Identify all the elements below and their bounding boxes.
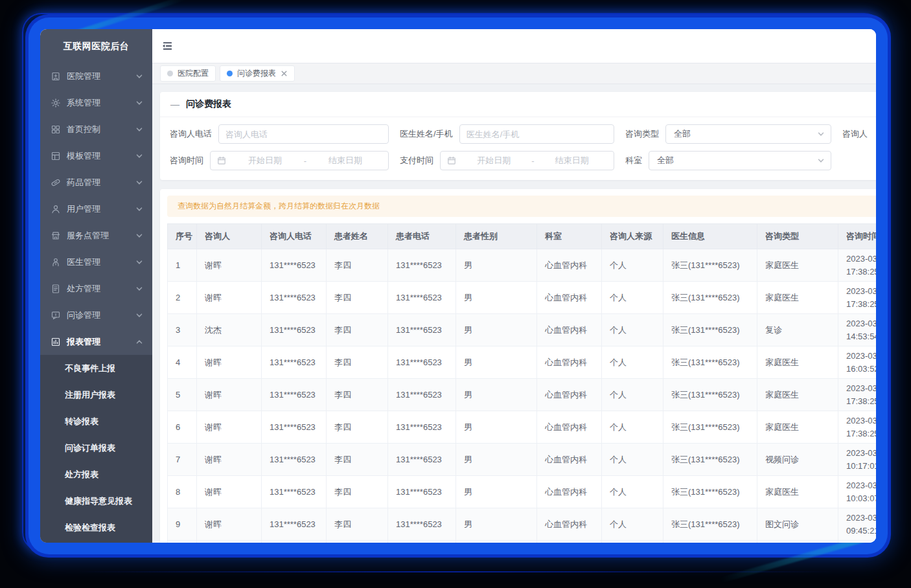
table-row: 10 谢晖 131****6523 李四 131****6523 男 心血管内科… (168, 541, 877, 543)
chevron-down-icon (135, 179, 143, 187)
cell-consultant-phone: 131****6523 (262, 508, 327, 541)
department-select[interactable]: 全部 (649, 151, 831, 170)
cell-patient-name: 李四 (327, 476, 388, 508)
end-date-placeholder: 结束日期 (309, 155, 382, 166)
app-title: 互联网医院后台 (40, 29, 152, 63)
cell-consultant: 沈杰 (197, 314, 262, 346)
sidebar-submenu-item[interactable]: 检验检查报表 (40, 514, 152, 541)
sidebar-submenu-item[interactable]: 问诊订单报表 (40, 435, 152, 461)
chevron-down-icon (817, 157, 825, 164)
cell-department: 心血管内科 (537, 282, 602, 314)
consult-time-range-picker[interactable]: 开始日期 - 结束日期 (210, 151, 389, 170)
cell-no: 6 (168, 411, 197, 444)
main-area: 医院配置 问诊费报表 — (152, 29, 876, 543)
cell-department: 心血管内科 (537, 314, 602, 346)
cell-patient-name: 李四 (327, 379, 388, 411)
cell-source: 个人 (602, 508, 663, 541)
cell-consult-type: 家庭医生 (757, 379, 838, 411)
cell-consult-time: 2023-03-0 09:45:21 (838, 508, 877, 541)
cell-gender: 男 (456, 314, 537, 346)
start-date-placeholder: 开始日期 (459, 155, 529, 166)
chevron-down-icon (135, 285, 143, 293)
cell-doctor: 张三(131****6523) (663, 314, 757, 346)
table-row: 1 谢晖 131****6523 李四 131****6523 男 心血管内科 … (168, 249, 877, 282)
sidebar-item-label: 服务点管理 (67, 230, 135, 242)
consult-phone-input[interactable] (218, 124, 389, 144)
collapse-dash-icon: — (170, 99, 179, 109)
table-row: 2 谢晖 131****6523 李四 131****6523 男 心血管内科 … (168, 282, 877, 314)
sidebar-menu-item[interactable]: 医生管理 (40, 249, 152, 275)
cell-consult-type: 视频问诊 (757, 444, 838, 476)
report-table-card: 查询数据为自然月结算金额，跨月结算的数据归在次月数据 (160, 189, 876, 543)
cell-consultant-phone: 131****6523 (262, 476, 327, 508)
cell-no: 4 (168, 346, 197, 379)
cell-gender: 男 (456, 411, 537, 444)
screenshot-stage: 互联网医院后台 医院管理 系统管理 (0, 0, 911, 588)
sidebar-menu-item[interactable]: 用户管理 (40, 196, 152, 222)
cell-consult-time: 2023-03-0 17:38:25 (838, 379, 877, 411)
sidebar-menu-item[interactable]: 问诊管理 (40, 302, 152, 328)
cell-source: 个人 (602, 379, 663, 411)
app-window: 互联网医院后台 医院管理 系统管理 (40, 29, 876, 543)
table-row: 4 谢晖 131****6523 李四 131****6523 男 心血管内科 … (168, 346, 877, 379)
page-tab[interactable]: 医院配置 (160, 65, 216, 82)
filter-doctor: 医生姓名/手机 (400, 124, 625, 144)
cell-patient-phone: 131****6523 (388, 508, 456, 541)
cell-department: 心血管内科 (537, 249, 602, 282)
chevron-down-icon (135, 126, 143, 133)
cell-consult-time: 2023-03-0 17:38:25 (838, 282, 877, 314)
cell-consult-type: 家庭医生 (757, 476, 838, 508)
cell-consult-type: 家庭医生 (757, 411, 838, 444)
sidebar-menu-item[interactable]: 系统管理 (40, 89, 152, 116)
table-row: 5 谢晖 131****6523 李四 131****6523 男 心血管内科 … (168, 379, 877, 411)
sidebar-submenu-item[interactable]: 转诊报表 (40, 408, 152, 435)
pill-icon (51, 177, 61, 188)
sidebar-menu-item[interactable]: 药品管理 (40, 169, 152, 196)
cell-consultant-phone: 131****6523 (262, 282, 327, 314)
sidebar-menu-item[interactable]: 医院管理 (40, 63, 152, 89)
cell-patient-name: 李四 (327, 282, 388, 314)
sidebar-submenu-item[interactable]: 健康指导意见报表 (40, 488, 152, 514)
sidebar-fold-icon[interactable] (161, 40, 174, 52)
cell-doctor: 张三(131****6523) (663, 249, 757, 282)
consult-date: 2023-03-0 (846, 317, 876, 330)
service-point-icon (51, 231, 61, 241)
cell-consultant-phone: 131****6523 (262, 346, 327, 379)
cell-department: 心血管内科 (537, 541, 602, 543)
cell-patient-phone: 131****6523 (388, 282, 456, 314)
cell-no: 8 (168, 476, 197, 508)
pay-time-range-picker[interactable]: 开始日期 - 结束日期 (440, 151, 614, 170)
sidebar-submenu-label: 问诊订单报表 (65, 442, 115, 454)
sidebar-menu-item[interactable]: 服务点管理 (40, 222, 152, 249)
consult-phone-label: 咨询人电话 (170, 128, 212, 140)
department-value: 全部 (657, 155, 674, 166)
table-header-cell: 咨询人电话 (262, 224, 327, 249)
sidebar-submenu-item[interactable]: 不良事件上报 (40, 355, 152, 381)
cell-consult-time: 2023-03-0 17:38:25 (838, 249, 877, 282)
cell-consult-time: 2023-03-0 17:38:25 (838, 541, 877, 543)
tab-label: 问诊费报表 (237, 68, 276, 79)
sidebar-submenu-label: 处方报表 (65, 469, 98, 481)
decorative-line (78, 571, 833, 572)
sidebar-menu-item[interactable]: 处方管理 (40, 275, 152, 302)
gear-icon (51, 98, 61, 108)
sidebar-item-label: 处方管理 (67, 283, 135, 295)
consult-type-select[interactable]: 全部 (665, 124, 831, 144)
cell-patient-phone: 131****6523 (388, 379, 456, 411)
cell-source: 个人 (602, 444, 663, 476)
cell-consultant-phone: 131****6523 (262, 411, 327, 444)
cell-consultant: 谢晖 (197, 346, 262, 379)
sidebar-submenu-item[interactable]: 注册用户报表 (40, 381, 152, 408)
chevron-down-icon (135, 311, 143, 319)
page-tab[interactable]: 问诊费报表 (220, 65, 295, 82)
filter-department: 科室 全部 (625, 151, 842, 170)
table-header-cell: 咨询类型 (757, 224, 838, 249)
sidebar-menu-item[interactable]: 报表管理 (40, 328, 152, 355)
doctor-name-input[interactable] (459, 124, 614, 144)
sidebar-menu-item[interactable]: 模板管理 (40, 142, 152, 169)
sidebar-submenu-item[interactable]: 处方报表 (40, 461, 152, 488)
template-icon (51, 151, 61, 161)
sidebar-menu-item[interactable]: 首页控制 (40, 116, 152, 142)
cell-gender: 男 (456, 476, 537, 508)
tab-close-icon[interactable] (281, 70, 288, 77)
